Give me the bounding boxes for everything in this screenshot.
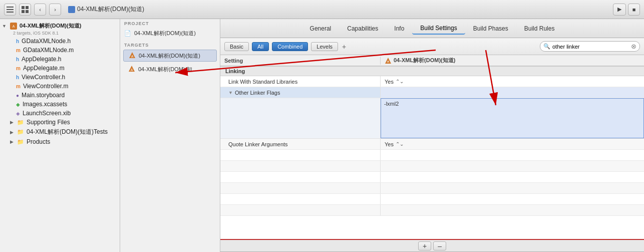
value-line: -lxml2 <box>384 101 640 107</box>
filter-bar: Basic All Combined Levels + 🔍 ⊗ <box>220 38 644 55</box>
expanded-name-col <box>220 98 381 138</box>
sidebar-label: Main.storyboard <box>22 92 116 99</box>
scheme-selector[interactable]: ▶ <box>613 4 626 16</box>
other-linker-flags-expanded: ▼ Other Linker Flags -lxml2 <box>220 87 644 139</box>
table-row-empty <box>220 205 644 216</box>
sidebar-item-gdataxmlnode-m[interactable]: m GDataXMLNode.m <box>0 46 120 55</box>
tab-info[interactable]: Info <box>386 23 412 34</box>
tab-build-phases[interactable]: Build Phases <box>465 23 516 34</box>
tab-build-rules[interactable]: Build Rules <box>516 23 563 34</box>
sidebar-toggle-button[interactable] <box>4 4 16 16</box>
target-app-icon-1: A <box>129 52 136 60</box>
folder-icon: 📁 <box>17 119 24 126</box>
tab-build-settings[interactable]: Build Settings <box>412 23 465 35</box>
stepper-icon: ⌃⌄ <box>396 141 404 147</box>
page-wrapper: ‹ › 04-XML解析(DOM)(知道) ▶ ■ ▼ A 04-XML解析(D… <box>0 0 644 252</box>
svg-rect-6 <box>26 10 29 13</box>
middle-project-item[interactable]: 📄 04-XML解析(DOM)(知道) <box>120 28 220 39</box>
table-row-empty <box>220 194 644 205</box>
yes-value: Yes <box>385 141 394 147</box>
value-text-area[interactable]: -lxml2 <box>381 98 644 138</box>
yes-value: Yes <box>385 79 394 85</box>
sidebar-item-tests[interactable]: ▶ 📁 04-XML解析(DOM)(知道)Tests <box>0 127 120 137</box>
row-label: Link With Standard Libraries <box>228 79 297 85</box>
forward-button[interactable]: › <box>49 4 61 16</box>
sidebar-project-label: 04-XML解析(DOM)(知道) <box>20 22 81 30</box>
sidebar-label: AppDelegate.m <box>23 65 116 72</box>
setting-name-quote-linker[interactable]: Quote Linker Arguments <box>220 139 381 149</box>
table-row: Quote Linker Arguments Yes ⌃⌄ <box>220 139 644 150</box>
table-row: ▼ Other Linker Flags <box>220 87 644 98</box>
combined-button[interactable]: Combined <box>272 42 308 51</box>
m-icon: m <box>16 84 21 89</box>
assets-icon: ◆ <box>16 102 20 107</box>
middle-target-2-label: 04-XML解析(DOM)(知… <box>138 66 198 73</box>
setting-value-other-linker[interactable] <box>381 87 644 98</box>
table-row-empty <box>220 183 644 194</box>
folder-disclosure: ▶ <box>10 120 14 125</box>
tab-capabilities[interactable]: Capabilities <box>339 23 386 34</box>
sidebar-item-products[interactable]: ▶ 📁 Products <box>0 137 120 146</box>
search-input[interactable] <box>552 44 627 50</box>
levels-button[interactable]: Levels <box>311 42 338 51</box>
tab-general[interactable]: General <box>302 23 340 34</box>
project-doc-icon: 📄 <box>124 30 131 37</box>
target-col-label: 04-XML解析(DOM)(知道) <box>394 57 455 64</box>
disclosure-icon: ▼ <box>228 90 233 95</box>
setting-name-link-std[interactable]: Link With Standard Libraries <box>220 76 381 87</box>
svg-rect-4 <box>26 6 29 9</box>
sidebar-label: LaunchScreen.xib <box>23 110 116 117</box>
search-clear-button[interactable]: ⊗ <box>631 43 636 50</box>
setting-name-other-linker[interactable]: ▼ Other Linker Flags <box>220 87 381 98</box>
tab-bar: General Capabilities Info Build Settings… <box>220 19 644 38</box>
all-button[interactable]: All <box>252 42 269 51</box>
sidebar-item-images-xcassets[interactable]: ◆ Images.xcassets <box>0 100 120 109</box>
basic-button[interactable]: Basic <box>224 42 249 51</box>
table-row-empty <box>220 161 644 172</box>
middle-project-name: 04-XML解析(DOM)(知道) <box>134 30 196 37</box>
folder-icon: 📁 <box>17 129 24 135</box>
middle-target-2[interactable]: A 04-XML解析(DOM)(知… <box>123 64 217 75</box>
sidebar-item-viewcontroller-h[interactable]: h ViewController.h <box>0 73 120 82</box>
sidebar-group-project[interactable]: ▼ A 04-XML解析(DOM)(知道) <box>0 19 120 31</box>
storyboard-icon: ● <box>16 93 19 98</box>
svg-rect-1 <box>7 9 14 10</box>
back-button[interactable]: ‹ <box>34 4 46 16</box>
sidebar-label: Products <box>27 138 116 145</box>
sidebar-item-viewcontroller-m[interactable]: m ViewController.m <box>0 82 120 91</box>
sidebar-item-supporting-files[interactable]: ▶ 📁 Supporting Files <box>0 118 120 127</box>
folder-disclosure: ▶ <box>10 130 14 135</box>
middle-project-section-label: PROJECT <box>120 19 220 28</box>
sidebar-item-gdataxmlnode-h[interactable]: h GDataXMLNode.h <box>0 37 120 46</box>
search-box: 🔍 ⊗ <box>540 41 640 52</box>
svg-text:A: A <box>387 60 390 63</box>
target-col-icon: A <box>385 57 392 64</box>
svg-rect-2 <box>7 12 14 13</box>
h-icon: h <box>16 75 19 80</box>
sidebar-label: 04-XML解析(DOM)(知道)Tests <box>27 128 116 136</box>
sidebar-label: Images.xcassets <box>23 101 116 108</box>
stop-button[interactable]: ■ <box>628 4 640 16</box>
middle-target-1[interactable]: A 04-XML解析(DOM)(知道) <box>123 50 217 62</box>
plus-minus-bar: + – <box>220 239 644 252</box>
remove-value-button[interactable]: – <box>433 241 446 250</box>
sidebar-item-appdelegate-h[interactable]: h AppDelegate.h <box>0 55 120 64</box>
table-row-empty <box>220 150 644 161</box>
sidebar-item-appdelegate-m[interactable]: m AppDelegate.m <box>0 64 120 73</box>
sidebar-item-launchscreen-xib[interactable]: ◈ LaunchScreen.xib <box>0 109 120 118</box>
sidebar-label: GDataXMLNode.m <box>23 47 116 54</box>
add-value-button[interactable]: + <box>418 241 431 250</box>
add-filter-button[interactable]: + <box>342 43 346 51</box>
setting-col-label: Setting <box>224 58 243 64</box>
setting-value-quote-linker[interactable]: Yes ⌃⌄ <box>381 139 644 149</box>
sidebar-label: GDataXMLNode.h <box>22 38 116 45</box>
top-toolbar: ‹ › 04-XML解析(DOM)(知道) ▶ ■ <box>0 0 644 19</box>
svg-text:A: A <box>131 55 134 58</box>
sidebar-label: Supporting Files <box>27 119 116 126</box>
sidebar-label: ViewController.h <box>22 74 116 81</box>
grid-toggle-button[interactable] <box>19 4 31 16</box>
expanded-value-area: -lxml2 <box>220 98 644 139</box>
setting-value-link-std[interactable]: Yes ⌃⌄ <box>381 76 644 87</box>
build-settings-area: Basic All Combined Levels + 🔍 ⊗ <box>220 38 644 252</box>
sidebar-item-main-storyboard[interactable]: ● Main.storyboard <box>0 91 120 100</box>
